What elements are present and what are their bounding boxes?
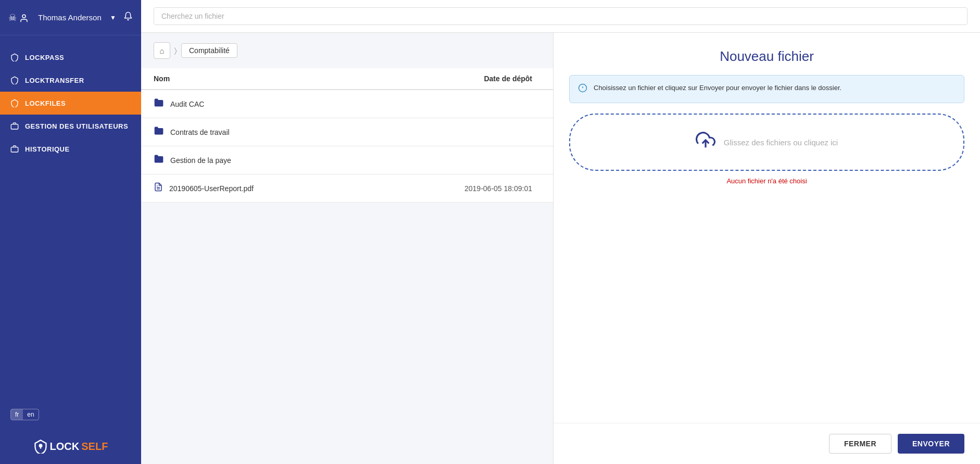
file-date (369, 118, 553, 146)
right-panel-footer: FERMER ENVOYER (554, 423, 980, 464)
table-row[interactable]: Gestion de la paye (141, 146, 553, 174)
user-name: Thomas Anderson (38, 13, 110, 22)
content-area: ⌂ 〉 Comptabilité Nom Date de dépôt Audit… (141, 33, 980, 464)
pdf-icon (154, 182, 163, 195)
right-panel-title: Nouveau fichier (554, 33, 980, 75)
sidebar-item-lockfiles[interactable]: LOCKFILES (0, 92, 141, 115)
breadcrumb-home-button[interactable]: ⌂ (154, 42, 170, 59)
lang-switcher: fr en (0, 400, 141, 429)
sidebar-item-gestion-label: GESTION DES UTILISATEURS (25, 122, 128, 130)
svg-point-0 (22, 15, 26, 18)
right-panel: Nouveau fichier Choisissez un fichier et… (553, 33, 980, 464)
info-box: Choisissez un fichier et cliquez sur Env… (569, 75, 964, 103)
file-table: Nom Date de dépôt Audit CAC Contrats de … (141, 68, 553, 203)
bell-icon[interactable] (123, 11, 133, 23)
upload-zone-text: Glissez des fichiers ou cliquez ici (724, 138, 838, 147)
folder-icon (154, 126, 164, 139)
breadcrumb: ⌂ 〉 Comptabilité (141, 33, 553, 68)
lang-en-button[interactable]: en (23, 409, 38, 420)
briefcase-icon-gestion (10, 122, 19, 130)
table-row[interactable]: 20190605-UserReport.pdf2019-06-05 18:09:… (141, 174, 553, 203)
sidebar: ☠ Thomas Anderson ▼ LOCKPASS (0, 0, 141, 464)
user-icon: ☠ (8, 12, 29, 23)
upload-zone[interactable]: Glissez des fichiers ou cliquez ici (569, 114, 964, 171)
logo-self-text: SELF (81, 441, 108, 453)
sidebar-footer: LOCKSELF (0, 429, 141, 464)
briefcase-icon-historique (10, 145, 19, 153)
chevron-down-icon: ▼ (110, 14, 116, 21)
breadcrumb-separator: 〉 (174, 46, 177, 55)
col-date-header: Date de dépôt (369, 68, 553, 90)
col-name-header: Nom (141, 68, 369, 90)
lockself-logo-icon (33, 439, 48, 454)
file-browser: ⌂ 〉 Comptabilité Nom Date de dépôt Audit… (141, 33, 553, 464)
sidebar-nav: LOCKPASS LOCKTRANSFER LOCKFILES (0, 35, 141, 400)
upload-cloud-icon (696, 130, 715, 154)
svg-rect-2 (11, 147, 18, 152)
sidebar-item-historique-label: HISTORIQUE (25, 145, 70, 153)
shield-icon-lockfiles (10, 99, 19, 107)
shield-icon-lockpass (10, 53, 19, 61)
file-date (369, 146, 553, 174)
file-name: 20190605-UserReport.pdf (169, 184, 254, 193)
sidebar-item-gestion[interactable]: GESTION DES UTILISATEURS (0, 115, 141, 137)
file-date (369, 90, 553, 118)
lang-fr-button[interactable]: fr (11, 409, 23, 420)
breadcrumb-folder[interactable]: Comptabilité (181, 43, 237, 58)
sidebar-item-lockpass-label: LOCKPASS (25, 54, 64, 61)
sidebar-item-lockpass[interactable]: LOCKPASS (0, 46, 141, 69)
sidebar-item-locktransfer[interactable]: LOCKTRANSFER (0, 69, 141, 92)
sidebar-item-lockfiles-label: LOCKFILES (25, 99, 66, 107)
file-name: Gestion de la paye (170, 156, 231, 165)
main-content: ⌂ 〉 Comptabilité Nom Date de dépôt Audit… (141, 0, 980, 464)
search-bar (141, 0, 980, 33)
info-text: Choisissez un fichier et cliquez sur Env… (594, 83, 841, 93)
no-file-chosen-text: Aucun fichier n'a été choisi (554, 177, 980, 185)
table-row[interactable]: Audit CAC (141, 90, 553, 118)
fermer-button[interactable]: FERMER (829, 434, 891, 454)
shield-icon-locktransfer (10, 76, 19, 84)
folder-icon (154, 154, 164, 167)
lockself-logo: LOCKSELF (33, 439, 108, 454)
table-row[interactable]: Contrats de travail (141, 118, 553, 146)
svg-rect-1 (11, 124, 18, 129)
sidebar-item-locktransfer-label: LOCKTRANSFER (25, 77, 84, 84)
file-date: 2019-06-05 18:09:01 (369, 174, 553, 203)
user-menu[interactable]: ☠ Thomas Anderson ▼ (0, 0, 141, 35)
search-input[interactable] (154, 7, 968, 25)
folder-icon (154, 97, 164, 110)
info-icon (578, 83, 587, 95)
sidebar-item-historique[interactable]: HISTORIQUE (0, 137, 141, 160)
file-name: Contrats de travail (170, 128, 230, 136)
envoyer-button[interactable]: ENVOYER (898, 434, 964, 454)
logo-lock-text: LOCK (50, 441, 80, 453)
file-name: Audit CAC (170, 100, 204, 108)
svg-point-3 (39, 445, 42, 447)
